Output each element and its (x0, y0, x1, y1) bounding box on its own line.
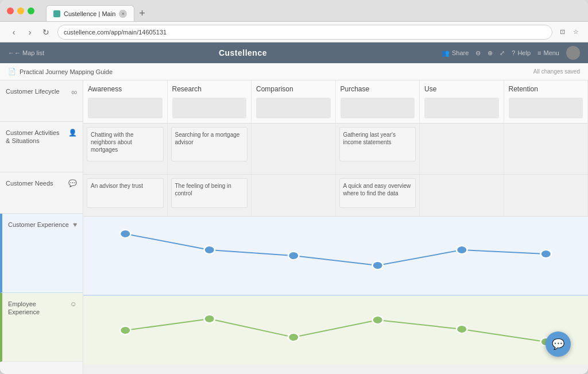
needs-label: Customer Needs (6, 179, 53, 187)
activity-retention-empty (508, 127, 585, 161)
row-label-cx: Customer Experience ♥ (0, 214, 83, 293)
doc-bar: 📄 Practical Journey Mapping Guide All ch… (0, 63, 588, 80)
phase-awareness[interactable]: Awareness (83, 80, 168, 123)
address-bar: ‹ › ↻ custellence.com/app/main/14605131 … (0, 22, 588, 43)
svg-point-3 (372, 261, 383, 269)
activity-awareness-cell[interactable]: Chatting with the neighbors about mortga… (83, 124, 168, 174)
phase-comparison-box (256, 98, 331, 118)
user-avatar[interactable] (566, 46, 580, 60)
close-button[interactable] (7, 7, 14, 14)
row-labels: Customer Lifecycle ∞ Customer Activities… (0, 80, 83, 374)
phase-research-label: Research (172, 85, 247, 93)
activity-purchase-cell[interactable]: Gathering last year's income statements (336, 124, 420, 174)
share-label: Share (452, 49, 469, 56)
cx-icon: ♥ (73, 221, 77, 229)
svg-point-6 (120, 326, 131, 334)
menu-button[interactable]: ≡ Menu (537, 49, 559, 56)
activity-use-empty (423, 127, 500, 161)
phase-purchase[interactable]: Purchase (336, 80, 420, 123)
activity-comparison-cell[interactable] (252, 124, 336, 174)
traffic-lights (7, 7, 34, 14)
needs-row: An advisor they trust The feeling of bei… (83, 175, 588, 217)
back-arrow-icon: ← (8, 49, 14, 56)
back-to-maplist[interactable]: ← ← Map list (8, 49, 44, 56)
ex-label: Employee Experience (8, 300, 67, 317)
chat-button[interactable]: 💬 (546, 331, 571, 357)
zoom-in-button[interactable]: ⊕ (488, 49, 493, 57)
svg-point-0 (120, 230, 131, 238)
chat-icon: 💬 (552, 338, 564, 350)
title-bar: Custellence | Main × + (0, 0, 588, 22)
help-button[interactable]: ? Help (512, 49, 531, 56)
phase-comparison[interactable]: Comparison (252, 80, 336, 123)
phase-use-box (424, 98, 499, 118)
minimize-button[interactable] (17, 7, 24, 14)
star-icon[interactable]: ☆ (571, 27, 581, 37)
zoom-out-button[interactable]: ⊖ (475, 49, 481, 57)
app-content: Customer Lifecycle ∞ Customer Activities… (0, 80, 588, 374)
need-comparison-empty (255, 178, 332, 208)
activity-comparison-empty (255, 127, 332, 161)
activity-retention-cell[interactable] (504, 124, 589, 174)
journey-grid: Awareness Research Comparison Purchase U… (83, 80, 588, 374)
lifecycle-icon: ∞ (71, 87, 77, 97)
phase-purchase-box (341, 98, 415, 118)
phase-awareness-box (88, 98, 163, 118)
activity-purchase-card: Gathering last year's income statements (339, 127, 416, 161)
url-bar[interactable]: custellence.com/app/main/14605131 (57, 25, 552, 40)
phase-purchase-label: Purchase (341, 85, 415, 93)
help-icon: ? (512, 49, 515, 56)
activities-icon: 👤 (68, 129, 77, 137)
back-label: ← Map list (14, 49, 44, 56)
need-research-cell[interactable]: The feeling of being in control (168, 175, 252, 216)
phase-awareness-label: Awareness (88, 85, 163, 93)
row-label-activities: Customer Activities & Situations 👤 (0, 122, 83, 172)
phase-retention-label: Retention (509, 85, 583, 93)
phase-use[interactable]: Use (420, 80, 504, 123)
activity-use-cell[interactable] (420, 124, 504, 174)
need-retention-cell[interactable] (504, 175, 589, 216)
help-label: Help (517, 49, 531, 56)
doc-title-text[interactable]: Practical Journey Mapping Guide (20, 68, 113, 75)
row-label-ex: Employee Experience ☺ (0, 293, 83, 362)
share-icon: 👥 (442, 49, 450, 57)
need-purchase-cell[interactable]: A quick and easy overview where to find … (336, 175, 420, 216)
cx-row (83, 217, 588, 296)
needs-icon: 💬 (68, 179, 77, 187)
need-comparison-cell[interactable] (252, 175, 336, 216)
need-retention-empty (508, 178, 585, 208)
need-awareness-cell[interactable]: An advisor they trust (83, 175, 168, 216)
browser-window: Custellence | Main × + ‹ › ↻ custellence… (0, 0, 588, 374)
new-tab-button[interactable]: + (134, 5, 150, 21)
doc-icon: 📄 (8, 68, 16, 75)
fullscreen-button[interactable]: ⤢ (500, 49, 505, 57)
phase-retention[interactable]: Retention (504, 80, 589, 123)
menu-label: Menu (543, 49, 559, 56)
activities-label: Customer Activities & Situations (6, 129, 65, 145)
need-awareness-card: An advisor they trust (87, 178, 164, 208)
refresh-button[interactable]: ↻ (39, 25, 53, 39)
back-button[interactable]: ‹ (7, 25, 21, 39)
activities-row: Chatting with the neighbors about mortga… (83, 124, 588, 175)
cx-label: Customer Experience (8, 221, 69, 229)
share-button[interactable]: 👥 Share (442, 49, 469, 57)
maximize-button[interactable] (28, 7, 34, 14)
svg-point-2 (288, 252, 299, 260)
phase-comparison-label: Comparison (256, 85, 331, 93)
tab-close-button[interactable]: × (119, 10, 127, 18)
forward-button[interactable]: › (23, 25, 37, 39)
phase-research-box (172, 98, 247, 118)
svg-point-1 (204, 246, 215, 254)
activity-research-cell[interactable]: Searching for a mortgage advisor (168, 124, 252, 174)
save-status: All changes saved (533, 68, 580, 75)
tab-bar: Custellence | Main × + (46, 0, 150, 21)
svg-point-7 (204, 315, 215, 323)
hamburger-icon: ≡ (537, 49, 541, 56)
phase-research[interactable]: Research (168, 80, 252, 123)
need-research-card: The feeling of being in control (171, 178, 248, 208)
need-use-cell[interactable] (420, 175, 504, 216)
app-title: Custellence (44, 48, 442, 57)
active-tab[interactable]: Custellence | Main × (46, 5, 134, 21)
svg-point-5 (540, 250, 551, 258)
svg-point-8 (288, 333, 299, 341)
